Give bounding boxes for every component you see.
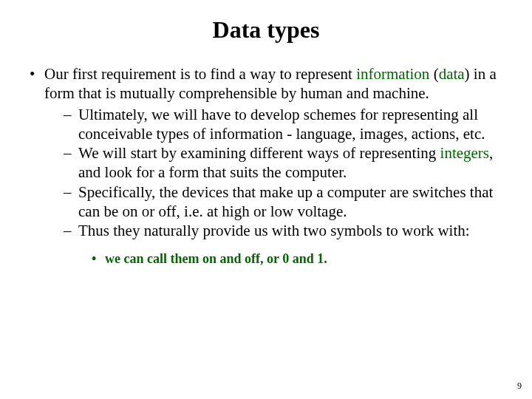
sub-item-4: Thus they naturally provide us with two … bbox=[61, 221, 505, 267]
sub-item-3: Specifically, the devices that make up a… bbox=[61, 183, 505, 222]
bullet-list-level3: we can call them on and off, or 0 and 1. bbox=[78, 250, 505, 267]
sub4-text: Thus they naturally provide us with two … bbox=[78, 222, 470, 239]
bullet1-information: information bbox=[356, 65, 429, 83]
page-number: 9 bbox=[517, 381, 522, 392]
bullet1-text-b: ( bbox=[429, 65, 438, 83]
sub2-integers: integers bbox=[440, 144, 489, 162]
bullet-item-1: Our first requirement is to find a way t… bbox=[27, 64, 505, 267]
bullet1-data: data bbox=[439, 65, 465, 83]
sub4-note: we can call them on and off, or 0 and 1. bbox=[90, 250, 505, 267]
slide-title: Data types bbox=[27, 16, 505, 44]
sub-item-2: We will start by examining different way… bbox=[61, 143, 505, 183]
bullet1-text-a: Our first requirement is to find a way t… bbox=[44, 65, 356, 83]
bullet-list-level2: Ultimately, we will have to develop sche… bbox=[44, 105, 505, 267]
bullet-list-level1: Our first requirement is to find a way t… bbox=[27, 64, 505, 267]
sub-item-1: Ultimately, we will have to develop sche… bbox=[61, 105, 505, 144]
slide-content: Data types Our first requirement is to f… bbox=[0, 0, 532, 267]
sub2-text-a: We will start by examining different way… bbox=[78, 144, 440, 162]
